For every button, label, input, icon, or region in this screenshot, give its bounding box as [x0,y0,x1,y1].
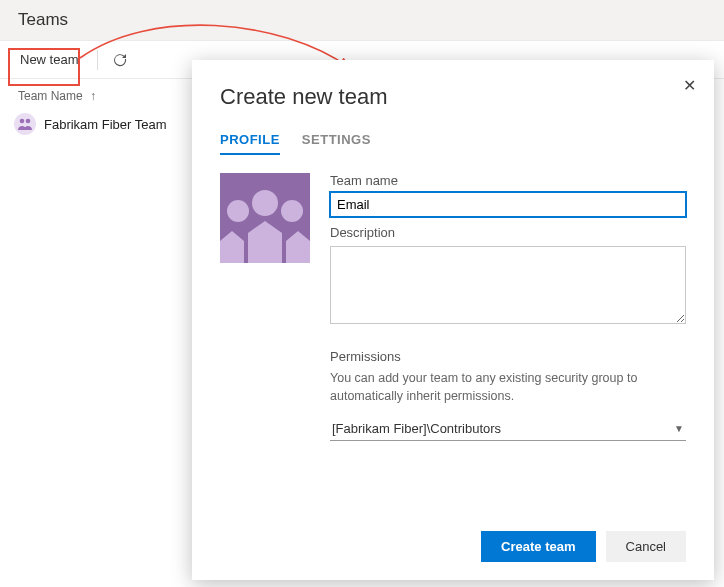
description-label: Description [330,225,686,240]
toolbar-separator [97,50,98,70]
team-name-label: Fabrikam Fiber Team [44,117,167,132]
column-header-label: Team Name [18,89,83,103]
team-avatar-icon [14,113,36,135]
close-icon: ✕ [683,77,696,94]
permissions-dropdown[interactable]: [Fabrikam Fiber]\Contributors ▼ [330,417,686,441]
chevron-down-icon: ▼ [674,423,684,434]
refresh-button[interactable] [108,48,132,72]
permissions-help-text: You can add your team to any existing se… [330,370,686,405]
dialog-title: Create new team [220,84,686,110]
svg-point-3 [227,200,249,222]
svg-point-1 [26,119,31,124]
create-team-dialog: ✕ Create new team PROFILE SETTINGS Team … [192,60,714,580]
svg-point-5 [281,200,303,222]
description-input[interactable] [330,246,686,324]
svg-point-0 [20,119,25,124]
dialog-tabs: PROFILE SETTINGS [220,132,686,155]
team-name-label: Team name [330,173,686,188]
tab-settings[interactable]: SETTINGS [302,132,371,155]
team-avatar-placeholder[interactable] [220,173,310,263]
create-team-button[interactable]: Create team [481,531,595,562]
tab-profile[interactable]: PROFILE [220,132,280,155]
svg-point-4 [252,190,278,216]
cancel-button[interactable]: Cancel [606,531,686,562]
permissions-label: Permissions [330,349,686,364]
sort-ascending-icon: ↑ [90,89,96,103]
group-icon [220,173,310,263]
permissions-selected-value: [Fabrikam Fiber]\Contributors [332,421,501,436]
refresh-icon [112,52,128,68]
new-team-button[interactable]: New team [12,47,87,72]
team-name-input[interactable] [330,192,686,217]
page-title: Teams [0,0,724,41]
close-button[interactable]: ✕ [679,72,700,99]
